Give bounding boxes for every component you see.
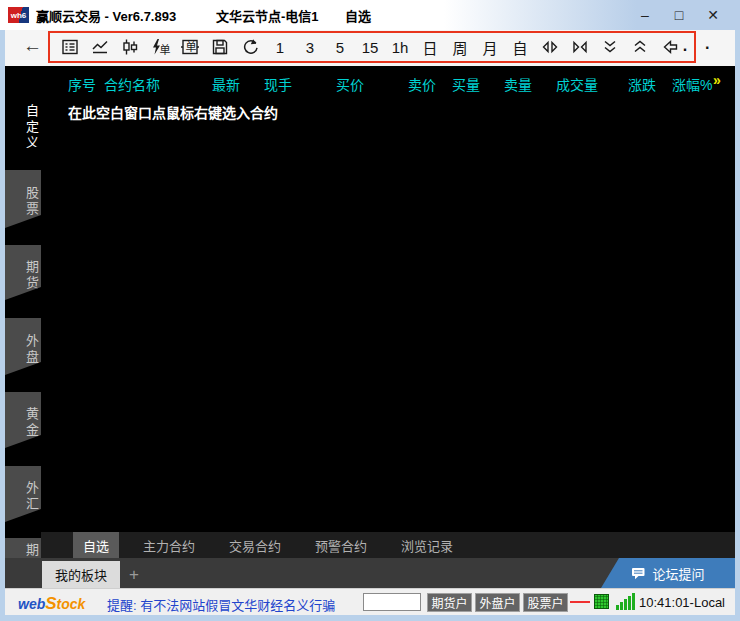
back-arrow-button[interactable]: ← xyxy=(23,35,42,57)
flash-order-icon[interactable]: 单 xyxy=(145,33,175,61)
period-1hour-button[interactable]: 1h xyxy=(385,33,415,61)
app-window: wh6 赢顺云交易 - Ver6.7.893 文华云节点-电信1 自选 – □ … xyxy=(0,0,740,621)
column-header-bid[interactable]: 买价 xyxy=(336,74,364,94)
connection-dash-icon xyxy=(570,601,590,603)
period-day-button[interactable]: 日 xyxy=(415,33,445,61)
toolbar-overflow-dot: · xyxy=(705,39,710,57)
candlestick-chart-icon[interactable] xyxy=(115,33,145,61)
column-header-contract-name[interactable]: 合约名称 xyxy=(104,74,160,94)
quote-table-icon[interactable] xyxy=(55,33,85,61)
column-header-bid-volume[interactable]: 买量 xyxy=(452,74,480,94)
svg-text:单: 单 xyxy=(160,44,171,56)
sidebar-tab-futures[interactable]: 期货 xyxy=(5,245,41,300)
app-logo-icon: wh6 xyxy=(8,7,29,23)
column-header-ask[interactable]: 卖价 xyxy=(408,74,436,94)
stock-account-button[interactable]: 股票户 xyxy=(523,593,568,612)
quote-board: 自定义 股票 期货 外盘 黄金 外汇 期 序号 合约名称 最新 现手 买价 卖价… xyxy=(5,66,735,558)
close-button[interactable]: ✕ xyxy=(696,7,730,23)
double-chevron-down-icon[interactable] xyxy=(595,33,625,61)
foreign-account-button[interactable]: 外盘户 xyxy=(475,593,520,612)
time-chart-icon[interactable] xyxy=(85,33,115,61)
add-board-button[interactable]: + xyxy=(121,561,147,588)
toolbar-overflow-dot: · xyxy=(683,41,688,59)
window-controls: – □ ✕ xyxy=(628,0,730,30)
column-header-current-volume[interactable]: 现手 xyxy=(264,74,292,94)
forum-ask-button[interactable]: 论坛提问 xyxy=(601,558,735,588)
compress-horizontal-icon[interactable] xyxy=(565,33,595,61)
board-bar: 我的板块 + 论坛提问 xyxy=(5,558,735,588)
market-sidebar: 自定义 股票 期货 外盘 黄金 外汇 期 xyxy=(5,66,41,558)
period-15min-button[interactable]: 15 xyxy=(355,33,385,61)
page-back-outline-icon[interactable] xyxy=(655,33,685,61)
column-header-volume[interactable]: 成交量 xyxy=(556,74,598,94)
save-icon[interactable] xyxy=(205,33,235,61)
sidebar-tab-options[interactable]: 期 xyxy=(5,538,41,558)
forum-label: 论坛提问 xyxy=(652,564,704,583)
current-page-label: 自选 xyxy=(345,6,371,25)
period-month-button[interactable]: 月 xyxy=(475,33,505,61)
window-title: 赢顺云交易 - Ver6.7.893 xyxy=(36,6,176,25)
sidebar-tab-gold[interactable]: 黄金 xyxy=(5,392,41,448)
period-custom-button[interactable]: 自 xyxy=(505,33,535,61)
period-5min-button[interactable]: 5 xyxy=(325,33,355,61)
minimize-button[interactable]: – xyxy=(628,7,662,23)
list-tab-watchlist[interactable]: 自选 xyxy=(73,532,119,559)
period-1min-button[interactable]: 1 xyxy=(265,33,295,61)
main-toolbar: ← xyxy=(5,30,735,66)
period-week-button[interactable]: 周 xyxy=(445,33,475,61)
toolbar-highlight-annotation: 单 单 xyxy=(48,31,696,63)
more-columns-icon[interactable]: » xyxy=(713,72,719,88)
list-tab-main-contracts[interactable]: 主力合约 xyxy=(133,532,205,559)
quote-table: 序号 合约名称 最新 现手 买价 卖价 买量 卖量 成交量 涨跌 涨幅% » 在… xyxy=(41,66,735,558)
maximize-button[interactable]: □ xyxy=(662,7,696,23)
sidebar-tab-stocks[interactable]: 股票 xyxy=(5,170,41,228)
order-panel-icon[interactable]: 单 xyxy=(175,33,205,61)
watchlist-tab-bar: 自选 主力合约 交易合约 预警合约 浏览记录 xyxy=(41,532,735,558)
cloud-node-label: 文华云节点-电信1 xyxy=(216,6,319,25)
list-tab-browse-history[interactable]: 浏览记录 xyxy=(391,532,463,559)
sidebar-tab-forex[interactable]: 外汇 xyxy=(5,466,41,522)
market-grid-status-icon xyxy=(594,594,609,609)
sidebar-tab-foreign[interactable]: 外盘 xyxy=(5,318,41,375)
webstock-logo: webStock xyxy=(18,594,85,614)
my-board-tab[interactable]: 我的板块 xyxy=(42,561,120,588)
title-bar: wh6 赢顺云交易 - Ver6.7.893 文华云节点-电信1 自选 – □ … xyxy=(0,0,740,30)
signal-strength-icon xyxy=(616,593,635,610)
status-bar: webStock 提醒: 有不法网站假冒文华财经名义行骗 期货户 外盘户 股票户… xyxy=(5,588,735,615)
futures-account-button[interactable]: 期货户 xyxy=(427,593,472,612)
list-tab-alert-contracts[interactable]: 预警合约 xyxy=(305,532,377,559)
scam-warning-text: 提醒: 有不法网站假冒文华财经名义行骗 xyxy=(107,595,335,614)
expand-horizontal-icon[interactable] xyxy=(535,33,565,61)
sidebar-tab-custom[interactable]: 自定义 xyxy=(5,92,41,158)
double-chevron-up-icon[interactable] xyxy=(625,33,655,61)
column-header-ask-volume[interactable]: 卖量 xyxy=(504,74,532,94)
column-header-last[interactable]: 最新 xyxy=(212,74,240,94)
quick-code-input[interactable] xyxy=(363,593,421,611)
local-time: 10:41:01-Local xyxy=(639,595,725,610)
list-tab-trading-contracts[interactable]: 交易合约 xyxy=(219,532,291,559)
column-header-change-percent[interactable]: 涨幅% xyxy=(672,74,712,94)
column-header-index[interactable]: 序号 xyxy=(68,74,96,94)
refresh-icon[interactable] xyxy=(235,33,265,61)
empty-watchlist-hint: 在此空白窗口点鼠标右键选入合约 xyxy=(68,102,278,122)
svg-text:单: 单 xyxy=(186,41,197,53)
column-header-change[interactable]: 涨跌 xyxy=(628,74,656,94)
speech-bubble-icon xyxy=(631,567,646,580)
period-3min-button[interactable]: 3 xyxy=(295,33,325,61)
